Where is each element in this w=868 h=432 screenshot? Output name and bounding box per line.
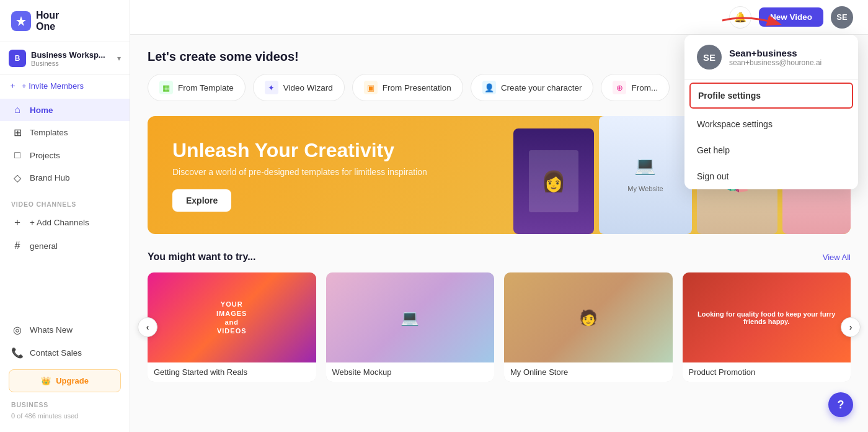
carousel-next-button[interactable]: › [841, 317, 861, 337]
minutes-used-display: 0 of 486 minutes used [0, 410, 130, 425]
carousel-prev-button[interactable]: ‹ [138, 317, 157, 337]
dropdown-user-header: SE Sean+business sean+business@hourone.a… [684, 35, 858, 80]
from-template-label: From Template [178, 83, 234, 92]
sidebar-item-brand-hub[interactable]: ◇ Brand Hub [0, 166, 130, 189]
logo-icon [11, 11, 31, 31]
dropdown-user-name: Sean+business [729, 48, 822, 58]
from-other-icon: ⊕ [613, 81, 626, 94]
plus-icon: ＋ [11, 216, 24, 229]
video-wizard-button[interactable]: ✦ Video Wizard [253, 74, 345, 101]
logo-text: HourOne [36, 10, 59, 32]
sidebar-item-projects-label: Projects [30, 151, 60, 160]
sidebar-item-contact-sales[interactable]: 📞 Contact Sales [0, 341, 130, 364]
presentation-icon: ▣ [364, 81, 378, 94]
from-template-button[interactable]: ▦ From Template [148, 74, 246, 101]
banner-text-area: Unleash Your Creativity Discover a world… [172, 138, 427, 212]
dropdown-avatar: SE [697, 45, 722, 70]
help-button[interactable]: ? [828, 392, 853, 417]
template-label-2: Website Mockup [326, 362, 495, 382]
business-section-label: BUSINESS [0, 397, 130, 410]
workspace-avatar: B [9, 50, 26, 67]
projects-icon: □ [11, 150, 24, 161]
template-thumb-3: 🧑 [504, 272, 673, 362]
sidebar-item-templates-label: Templates [30, 128, 68, 137]
template-thumb-4: Looking for quality food to keep your fu… [683, 272, 851, 362]
workspace-info: Business Worksp... Business [31, 50, 112, 67]
workspace-selector[interactable]: B Business Worksp... Business ▾ [0, 42, 130, 75]
sidebar-item-templates[interactable]: ⊞ Templates [0, 121, 130, 144]
contact-sales-icon: 📞 [11, 347, 24, 359]
upgrade-icon: 👑 [41, 376, 51, 385]
general-label: general [30, 241, 58, 251]
topbar: 🔔 New Video SE [130, 0, 868, 35]
banner-image-1: 👩 [513, 128, 594, 234]
dropdown-user-info: Sean+business sean+business@hourone.ai [729, 48, 822, 67]
try-section-title: You might want to try... [148, 251, 256, 263]
from-presentation-button[interactable]: ▣ From Presentation [352, 74, 463, 101]
sidebar-item-projects[interactable]: □ Projects [0, 144, 130, 166]
profile-settings-item[interactable]: Profile settings [689, 83, 853, 109]
dropdown-user-email: sean+business@hourone.ai [729, 58, 822, 67]
invite-members-label: + Invite Members [22, 81, 84, 91]
wizard-icon: ✦ [265, 81, 278, 94]
brand-hub-icon: ◇ [11, 172, 24, 184]
notifications-button[interactable]: 🔔 [729, 6, 751, 29]
invite-plus-icon: ＋ [9, 80, 17, 91]
view-all-button[interactable]: View All [823, 253, 851, 262]
invite-members-button[interactable]: ＋ + Invite Members [0, 75, 130, 96]
sidebar-item-brand-hub-label: Brand Hub [30, 173, 70, 182]
video-wizard-label: Video Wizard [283, 83, 333, 92]
new-video-button[interactable]: New Video [759, 7, 823, 27]
sidebar-nav: ⌂ Home ⊞ Templates □ Projects ◇ Brand Hu… [0, 96, 130, 192]
templates-grid: ‹ YOURIMAGESandVIDEOS Getting Started wi… [148, 272, 851, 382]
banner-subtitle: Discover a world of pre-designed templat… [172, 167, 427, 177]
template-label-3: My Online Store [504, 362, 673, 382]
create-character-label: Create your character [501, 83, 582, 92]
workspace-type: Business [31, 60, 112, 67]
get-help-item[interactable]: Get help [684, 137, 858, 163]
upgrade-button[interactable]: 👑 Upgrade [9, 369, 121, 392]
banner-image-2: 💻My Website [599, 116, 692, 234]
create-character-button[interactable]: 👤 Create your character [471, 74, 594, 101]
sign-out-item[interactable]: Sign out [684, 163, 858, 189]
from-presentation-label: From Presentation [383, 83, 451, 92]
templates-icon: ⊞ [11, 127, 24, 138]
whats-new-label: Whats New [30, 325, 73, 335]
banner-title: Unleash Your Creativity [172, 138, 427, 162]
template-thumb-1: YOURIMAGESandVIDEOS [148, 272, 316, 362]
workspace-settings-item[interactable]: Workspace settings [684, 111, 858, 137]
sidebar: HourOne B Business Worksp... Business ▾ … [0, 0, 130, 432]
new-video-label: New Video [770, 12, 812, 22]
sidebar-item-whats-new[interactable]: ◎ Whats New [0, 318, 130, 341]
from-other-button[interactable]: ⊕ From... [601, 74, 670, 101]
sidebar-item-home-label: Home [30, 106, 53, 115]
template-label-4: Product Promotion [683, 362, 851, 382]
video-channels-label: VIDEO CHANNELS [0, 192, 130, 210]
user-avatar-button[interactable]: SE [831, 6, 853, 29]
upgrade-label: Upgrade [56, 376, 89, 385]
whats-new-icon: ◎ [11, 324, 24, 336]
explore-button[interactable]: Explore [172, 189, 231, 212]
template-card-my-online-store[interactable]: 🧑 My Online Store [504, 272, 673, 382]
character-icon: 👤 [482, 81, 496, 94]
template-icon: ▦ [159, 81, 173, 94]
contact-sales-label: Contact Sales [30, 348, 82, 358]
sidebar-item-home[interactable]: ⌂ Home [0, 99, 130, 121]
workspace-name: Business Worksp... [31, 50, 112, 60]
chevron-down-icon: ▾ [117, 54, 121, 63]
logo-area: HourOne [0, 0, 130, 42]
from-other-label: From... [631, 83, 658, 92]
sidebar-bottom: ◎ Whats New 📞 Contact Sales 👑 Upgrade BU… [0, 318, 130, 432]
add-channels-label: + Add Channels [30, 218, 89, 227]
hash-icon: # [11, 240, 24, 251]
home-icon: ⌂ [11, 104, 24, 115]
template-card-product-promotion[interactable]: Looking for quality food to keep your fu… [683, 272, 851, 382]
template-label-1: Getting Started with Reals [148, 362, 316, 382]
template-card-getting-started[interactable]: YOURIMAGESandVIDEOS Getting Started with… [148, 272, 316, 382]
template-thumb-2: 💻 [326, 272, 495, 362]
sidebar-item-general[interactable]: # general [0, 235, 130, 257]
try-section-header: You might want to try... View All [148, 251, 851, 263]
add-channels-button[interactable]: ＋ + Add Channels [0, 210, 130, 235]
user-dropdown-menu: SE Sean+business sean+business@hourone.a… [684, 35, 858, 189]
template-card-website-mockup[interactable]: 💻 Website Mockup [326, 272, 495, 382]
